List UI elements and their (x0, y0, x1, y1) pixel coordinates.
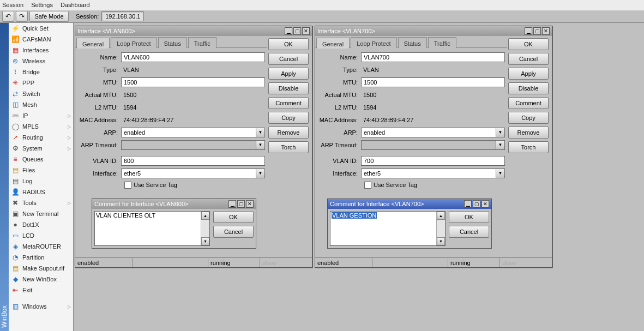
safe-mode-button[interactable]: Safe Mode (29, 11, 69, 22)
tab-traffic[interactable]: Traffic (428, 37, 456, 48)
torch-button[interactable]: Torch (268, 141, 309, 153)
copy-button[interactable]: Copy (508, 112, 549, 124)
scroll-down-icon[interactable]: ▼ (437, 237, 445, 245)
sidebar-item-exit[interactable]: ⇤Exit (9, 285, 73, 296)
titlebar-vlan700[interactable]: Interface <VLAN700> ▁ ▢ ✕ (315, 26, 552, 36)
redo-button[interactable]: ↷ (16, 11, 28, 22)
comment-cancel-button[interactable]: Cancel (449, 226, 489, 238)
minimize-button[interactable]: ▁ (285, 27, 292, 35)
comment-ok-button[interactable]: OK (449, 211, 489, 223)
scroll-up-icon[interactable]: ▲ (437, 212, 445, 220)
comment-maximize-button[interactable]: ▢ (237, 200, 245, 208)
input-mtu[interactable]: 1500 (121, 77, 265, 87)
apply-button[interactable]: Apply (268, 68, 309, 80)
sidebar-item-tools[interactable]: ✖Tools▷ (9, 197, 73, 208)
sidebar-item-system[interactable]: ⚙System▷ (9, 143, 73, 154)
comment-maximize-button[interactable]: ▢ (473, 200, 480, 208)
sidebar-item-mpls[interactable]: ◯MPLS▷ (9, 121, 73, 132)
input-arp[interactable]: enabled (121, 128, 256, 137)
arp-dropdown-button[interactable]: ▼ (496, 128, 505, 137)
input-vlan-id[interactable]: 700 (361, 156, 505, 166)
input-arp-timeout[interactable] (361, 140, 496, 150)
input-interface[interactable]: ether5 (361, 168, 496, 178)
comment-titlebar[interactable]: Comment for Interface <VLAN700> ▁ ▢ ✕ (328, 199, 491, 209)
comment-cancel-button[interactable]: Cancel (213, 226, 254, 238)
sidebar-item-ip[interactable]: 255IP▷ (9, 110, 73, 121)
apply-button[interactable]: Apply (508, 68, 549, 80)
tab-status[interactable]: Status (398, 37, 427, 48)
interface-dropdown-button[interactable]: ▼ (256, 168, 265, 178)
sidebar-item-ppp[interactable]: ✳PPP (9, 77, 73, 88)
input-arp[interactable]: enabled (361, 128, 496, 137)
sidebar-item-lcd[interactable]: ▭LCD (9, 230, 73, 241)
sidebar-item-log[interactable]: ▤Log (9, 176, 73, 186)
checkbox-use-service-tag[interactable] (364, 182, 371, 189)
ok-button[interactable]: OK (268, 38, 309, 50)
scroll-down-icon[interactable]: ▼ (201, 237, 209, 245)
disable-button[interactable]: Disable (268, 82, 309, 94)
scrollbar[interactable]: ▲ ▼ (436, 212, 445, 245)
sidebar-item-mesh[interactable]: ◫Mesh (9, 99, 73, 110)
sidebar-item-files[interactable]: ▤Files (9, 165, 73, 176)
input-name[interactable]: VLAN600 (121, 52, 265, 62)
sidebar-item-wireless[interactable]: ⊚Wireless (9, 56, 73, 67)
input-name[interactable]: VLAN700 (361, 52, 505, 62)
remove-button[interactable]: Remove (268, 127, 309, 139)
close-button[interactable]: ✕ (542, 27, 550, 35)
comment-textarea[interactable]: VLAN GESTION ▲ ▼ (330, 211, 446, 246)
input-mtu[interactable]: 1500 (361, 77, 505, 87)
minimize-button[interactable]: ▁ (525, 27, 532, 35)
sidebar-item-interfaces[interactable]: ▦Interfaces (9, 45, 73, 56)
input-vlan-id[interactable]: 600 (121, 156, 265, 166)
maximize-button[interactable]: ▢ (293, 27, 301, 35)
tab-traffic[interactable]: Traffic (188, 37, 216, 48)
sidebar-item-dot1x[interactable]: ●Dot1X (9, 219, 73, 230)
maximize-button[interactable]: ▢ (533, 27, 541, 35)
menu-dashboard[interactable]: Dashboard (61, 2, 90, 8)
titlebar-vlan600[interactable]: Interface <VLAN600> ▁ ▢ ✕ (75, 26, 312, 36)
sidebar-item-metarouter[interactable]: ◈MetaROUTER (9, 241, 73, 252)
comment-button[interactable]: Comment (508, 97, 549, 109)
disable-button[interactable]: Disable (508, 82, 549, 94)
sidebar-item-switch[interactable]: ⇄Switch (9, 88, 73, 99)
sidebar-item-queues[interactable]: ≡Queues (9, 154, 73, 165)
copy-button[interactable]: Copy (268, 112, 309, 124)
sidebar-item-windows[interactable]: ▥Windows▷ (9, 301, 73, 312)
comment-minimize-button[interactable]: ▁ (464, 200, 472, 208)
sidebar-item-make-supout-rif[interactable]: ▤Make Supout.rif (9, 263, 73, 274)
comment-ok-button[interactable]: OK (213, 211, 254, 223)
cancel-button[interactable]: Cancel (508, 53, 549, 65)
tab-loop-protect[interactable]: Loop Protect (351, 37, 396, 48)
sidebar-item-radius[interactable]: 👤RADIUS (9, 186, 73, 197)
arp-timeout-expand-button[interactable]: ▼ (496, 140, 505, 150)
menu-session[interactable]: Session (2, 2, 23, 8)
comment-minimize-button[interactable]: ▁ (228, 200, 236, 208)
scroll-up-icon[interactable]: ▲ (201, 212, 209, 220)
comment-button[interactable]: Comment (268, 97, 309, 109)
undo-button[interactable]: ↶ (2, 11, 14, 22)
comment-textarea[interactable]: VLAN CLIENTES OLT ▲ ▼ (94, 211, 210, 246)
arp-dropdown-button[interactable]: ▼ (256, 128, 265, 137)
comment-titlebar[interactable]: Comment for Interface <VLAN600> ▁ ▢ ✕ (92, 199, 256, 209)
cancel-button[interactable]: Cancel (268, 53, 309, 65)
sidebar-item-new-winbox[interactable]: ◆New WinBox (9, 274, 73, 285)
tab-general[interactable]: General (316, 38, 350, 49)
comment-close-button[interactable]: ✕ (482, 200, 489, 208)
sidebar-item-capsman[interactable]: 📶CAPsMAN (9, 34, 73, 45)
checkbox-use-service-tag[interactable] (124, 182, 131, 189)
tab-general[interactable]: General (76, 38, 110, 49)
menu-settings[interactable]: Settings (31, 2, 53, 8)
sidebar-item-new-terminal[interactable]: ▣New Terminal (9, 208, 73, 219)
tab-status[interactable]: Status (158, 37, 187, 48)
comment-close-button[interactable]: ✕ (246, 200, 254, 208)
arp-timeout-expand-button[interactable]: ▼ (256, 140, 265, 150)
tab-loop-protect[interactable]: Loop Protect (111, 37, 157, 48)
scrollbar[interactable]: ▲ ▼ (201, 212, 209, 245)
interface-dropdown-button[interactable]: ▼ (496, 168, 505, 178)
input-interface[interactable]: ether5 (121, 168, 256, 178)
close-button[interactable]: ✕ (302, 27, 310, 35)
input-arp-timeout[interactable] (121, 140, 256, 150)
ok-button[interactable]: OK (508, 38, 549, 50)
remove-button[interactable]: Remove (508, 127, 549, 139)
torch-button[interactable]: Torch (508, 141, 549, 153)
